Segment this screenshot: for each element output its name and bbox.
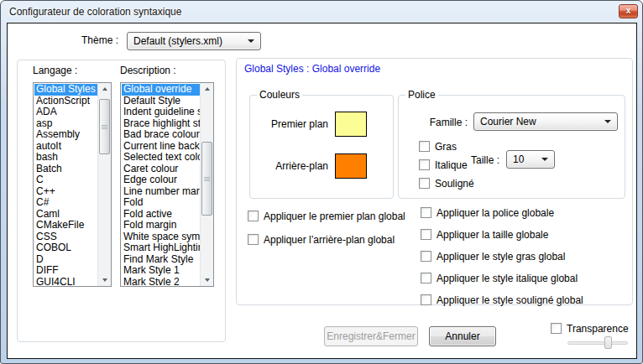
transparency-slider-thumb[interactable] (604, 336, 612, 349)
background-label: Arrière-plan (236, 160, 328, 172)
list-item[interactable]: Caret colour (122, 164, 212, 175)
list-item[interactable]: Fold (122, 197, 212, 209)
scrollbar-thumb[interactable] (99, 99, 110, 154)
checkbox-unchecked-icon[interactable] (419, 141, 430, 152)
checkbox-unchecked-icon[interactable] (551, 323, 562, 334)
checkbox-unchecked-icon[interactable] (419, 159, 430, 170)
font-style-checkbox-row[interactable]: Gras (419, 140, 474, 153)
colors-groupbox: Couleurs (249, 95, 394, 199)
list-item[interactable]: Bad brace colour (122, 129, 212, 141)
window-title: Configurateur de coloration syntaxique (9, 6, 181, 18)
description-listbox[interactable]: Global overrideDefault StyleIndent guide… (120, 82, 214, 287)
font-family-value: Courier New (480, 116, 536, 127)
checkbox-unchecked-icon[interactable] (421, 294, 431, 305)
checkbox-unchecked-icon[interactable] (419, 178, 430, 189)
apply-global-right-checkboxes: Appliquer la police globale Appliquer la… (421, 206, 583, 306)
apply-global-checkbox-row[interactable]: Appliquer l’arrière-plan global (248, 233, 405, 246)
background-color-swatch[interactable] (335, 153, 367, 179)
list-item[interactable]: Current line backgr (122, 141, 212, 153)
font-style-checkbox-row[interactable]: Souligné (419, 177, 474, 190)
list-item[interactable]: Mark Style 1 (122, 265, 212, 277)
transparency-label: Transparence (567, 323, 629, 335)
list-item[interactable]: Indent guideline sty (122, 107, 212, 118)
save-and-close-button[interactable]: Enregistrer&Fermer (324, 326, 418, 346)
font-family-select[interactable]: Courier New (473, 112, 618, 131)
list-item[interactable]: White space symbo (122, 231, 212, 243)
apply-global-checkbox-row[interactable]: Appliquer la police globale (421, 206, 583, 219)
list-item[interactable]: Brace highlight styl (122, 118, 212, 130)
language-listbox[interactable]: Global StylesActionScriptADAaspAssemblya… (33, 82, 112, 287)
transparency-checkbox-row[interactable]: Transparence (551, 322, 629, 335)
theme-select[interactable]: Default (stylers.xml) (127, 32, 261, 50)
language-label: Langage : (33, 65, 77, 76)
close-icon[interactable]: x (619, 4, 638, 18)
list-item[interactable]: Selected text colou (122, 152, 212, 164)
font-size-select[interactable]: 10 (506, 150, 555, 169)
checkbox-unchecked-icon[interactable] (248, 211, 259, 221)
scroll-down-icon[interactable] (201, 274, 214, 286)
list-item[interactable]: Smart HighLighting (122, 242, 212, 254)
checkbox-unchecked-icon[interactable] (421, 207, 431, 218)
font-family-label: Famille : (402, 117, 468, 128)
checkbox-unchecked-icon[interactable] (248, 234, 259, 245)
description-label: Description : (120, 65, 176, 76)
scrollbar-thumb[interactable] (201, 142, 212, 216)
list-item[interactable]: Default Style (122, 96, 212, 107)
chevron-down-icon (541, 158, 548, 161)
checkbox-unchecked-icon[interactable] (421, 273, 431, 283)
description-rows: Global overrideDefault StyleIndent guide… (122, 84, 212, 285)
scroll-up-icon[interactable] (98, 83, 112, 95)
chevron-down-icon (248, 39, 254, 43)
description-scrollbar[interactable] (200, 83, 213, 286)
list-item[interactable]: Find Mark Style (122, 254, 212, 266)
scroll-up-icon[interactable] (201, 83, 214, 95)
cancel-button[interactable]: Annuler (429, 326, 496, 346)
style-configurator-dialog: Configurateur de coloration syntaxique x… (0, 0, 643, 364)
list-item[interactable]: Fold margin (122, 220, 212, 231)
colors-group-title: Couleurs (257, 89, 302, 101)
dialog-body: Thème : Default (stylers.xml) Langage : … (7, 23, 637, 359)
transparency-slider[interactable] (567, 341, 628, 345)
apply-global-checkbox-row[interactable]: Appliquer le style italique global (421, 272, 583, 284)
list-item[interactable]: Line number margin (122, 186, 212, 198)
theme-label: Thème : (33, 34, 118, 46)
foreground-label: Premier plan (236, 118, 328, 130)
checkbox-unchecked-icon[interactable] (421, 229, 431, 240)
apply-global-left-checkboxes: Appliquer le premier plan global Appliqu… (248, 210, 405, 246)
apply-global-checkbox-row[interactable]: Appliquer le premier plan global (248, 210, 405, 222)
current-style-heading: Global Styles : Global override (244, 63, 380, 75)
apply-global-checkbox-row[interactable]: Appliquer la taille globale (421, 228, 583, 241)
apply-global-checkbox-row[interactable]: Appliquer le style souligné global (421, 294, 583, 306)
language-scrollbar[interactable] (97, 83, 111, 286)
font-size-value: 10 (513, 153, 524, 165)
list-item[interactable]: Global override (122, 84, 212, 96)
apply-global-checkbox-row[interactable]: Appliquer le style gras global (421, 250, 583, 263)
font-size-label: Taille : (439, 154, 499, 166)
list-item[interactable]: Edge colour (122, 174, 212, 186)
scroll-down-icon[interactable] (98, 274, 112, 286)
checkbox-unchecked-icon[interactable] (421, 251, 431, 262)
list-item[interactable]: Fold active (122, 209, 212, 221)
font-group-title: Police (405, 89, 438, 101)
titlebar[interactable]: Configurateur de coloration syntaxique x (1, 1, 642, 23)
list-item[interactable]: Mark Style 2 (122, 277, 212, 286)
theme-selected-value: Default (stylers.xml) (133, 35, 222, 47)
chevron-down-icon (604, 120, 611, 123)
foreground-color-swatch[interactable] (335, 112, 367, 137)
